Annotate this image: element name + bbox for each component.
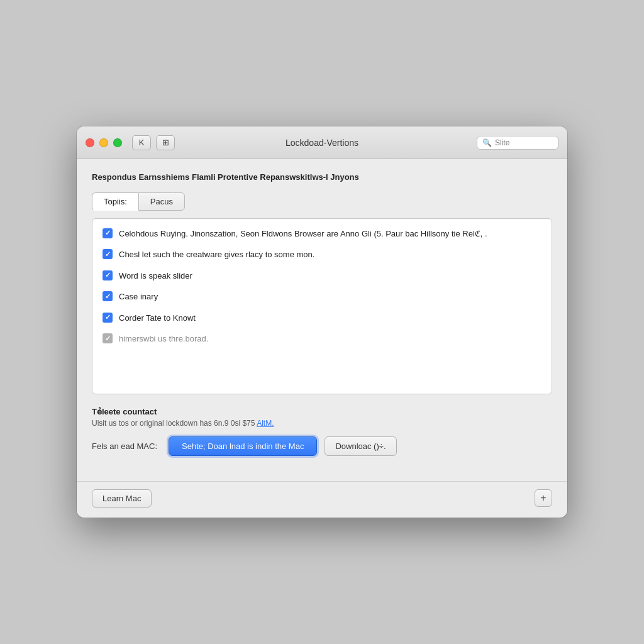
checkbox-label-3: Word is speak slider: [119, 270, 192, 282]
action-label: Fels an ead MAC:: [92, 441, 161, 451]
checkbox-label-4: Case inary: [119, 291, 158, 303]
checkbox-label-1: Celohdous Ruying. Jinonszation, Seon Fld…: [119, 228, 487, 240]
window-title: Lockdoad-Vertions: [286, 138, 358, 148]
list-item: ✓ Corder Tate to Knowt: [103, 312, 541, 325]
list-item: ✓ Chesl let such the creatware gives rla…: [103, 248, 541, 261]
bottom-section: Tẻleete countact Ulsit us tos or origina…: [92, 407, 552, 456]
search-input[interactable]: [495, 138, 552, 147]
checkbox-5[interactable]: ✓: [103, 313, 113, 323]
checkmark-icon: ✓: [105, 229, 111, 237]
calendar-button[interactable]: ⊞: [156, 135, 175, 150]
main-content: Respondus Earnsshiems Flamli Protentive …: [77, 159, 567, 480]
checkmark-icon: ✓: [105, 313, 111, 321]
checkbox-2[interactable]: ✓: [103, 249, 113, 259]
titlebar-buttons: K ⊞: [132, 135, 175, 150]
back-label: K: [139, 138, 145, 147]
checkmark-icon: ✓: [105, 335, 111, 343]
checkbox-4[interactable]: ✓: [103, 291, 113, 301]
titlebar: K ⊞ Lockdoad-Vertions 🔍: [77, 126, 567, 159]
list-item: ✓ Case inary: [103, 291, 541, 303]
bottom-section-title: Tẻleete countact: [92, 407, 552, 416]
checkmark-icon: ✓: [105, 250, 111, 258]
calendar-icon: ⊞: [162, 138, 169, 147]
learn-mac-button[interactable]: Learn Mac: [92, 489, 152, 508]
bottom-link[interactable]: AltM.: [257, 419, 274, 428]
maximize-button[interactable]: [113, 138, 122, 147]
checkmark-icon: ✓: [105, 271, 111, 279]
add-button[interactable]: +: [535, 489, 552, 507]
traffic-lights: [86, 138, 122, 147]
list-item: ✓ Celohdous Ruying. Jinonszation, Seon F…: [103, 228, 541, 240]
checkbox-list: ✓ Celohdous Ruying. Jinonszation, Seon F…: [92, 218, 552, 394]
footer: Learn Mac +: [77, 481, 567, 518]
checkbox-3[interactable]: ✓: [103, 270, 113, 280]
list-item: ✓ himerswbi us thre.borad.: [103, 333, 541, 345]
secondary-action-button[interactable]: Downloac ()÷.: [325, 436, 396, 456]
action-row: Fels an ead MAC: Sehte; Doan lnad is ind…: [92, 436, 552, 456]
bottom-section-desc: Ulsit us tos or original lockdown has 6n…: [92, 419, 552, 428]
search-icon: 🔍: [482, 138, 492, 147]
primary-action-button[interactable]: Sehte; Doan lnad is indin the Mac: [169, 436, 317, 456]
back-button[interactable]: K: [132, 135, 151, 150]
checkbox-6[interactable]: ✓: [103, 333, 113, 343]
minimize-button[interactable]: [99, 138, 108, 147]
search-box[interactable]: 🔍: [477, 136, 558, 150]
tabs: Topiis: Pacus: [92, 192, 552, 211]
checkbox-label-5: Corder Tate to Knowt: [119, 312, 196, 325]
tab-topics[interactable]: Topiis:: [92, 192, 138, 211]
checkbox-1[interactable]: ✓: [103, 228, 113, 238]
list-item: ✓ Word is speak slider: [103, 270, 541, 282]
checkbox-label-2: Chesl let such the creatware gives rlacy…: [119, 248, 314, 261]
close-button[interactable]: [86, 138, 94, 147]
checkmark-icon: ✓: [105, 292, 111, 301]
checkbox-label-6: himerswbi us thre.borad.: [119, 333, 208, 345]
section-title: Respondus Earnsshiems Flamli Protentive …: [92, 172, 552, 183]
main-window: K ⊞ Lockdoad-Vertions 🔍 Respondus Earnss…: [77, 126, 567, 517]
tab-pacus[interactable]: Pacus: [138, 192, 185, 211]
